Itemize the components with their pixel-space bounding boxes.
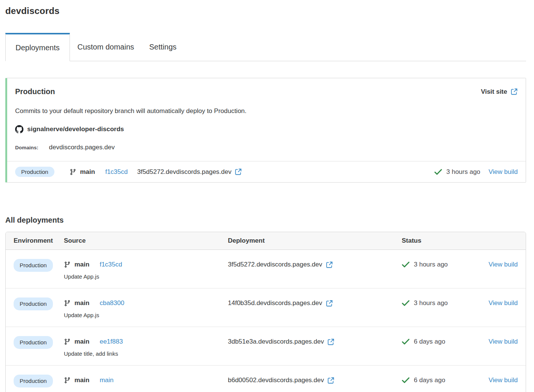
deployment-row: Production main f1c35cd Update App.js xyxy=(6,250,526,288)
tab-settings[interactable]: Settings xyxy=(142,33,184,61)
external-link-icon xyxy=(511,88,518,95)
git-branch-icon xyxy=(64,300,71,307)
commit-message: Update title, add links xyxy=(64,349,228,358)
check-icon xyxy=(402,262,410,268)
table-header: Environment Source Deployment Status xyxy=(6,232,526,250)
deployment-url: 14f0b35d.devdiscords.pages.dev xyxy=(228,299,322,308)
status-time: 3 hours ago xyxy=(414,299,448,308)
tab-custom-domains[interactable]: Custom domains xyxy=(70,33,142,61)
page-title: devdiscords xyxy=(5,6,526,16)
deployment-row: Production main ee1f883 Update title, ad… xyxy=(6,327,526,366)
view-build-link[interactable]: View build xyxy=(489,377,518,384)
production-card-title: Production xyxy=(15,87,55,96)
commit-link[interactable]: f1c35cd xyxy=(100,260,122,269)
check-icon xyxy=(402,300,410,306)
column-status: Status xyxy=(402,237,484,245)
environment-badge: Production xyxy=(14,297,53,310)
git-branch-icon xyxy=(70,169,76,175)
table-body: Production main f1c35cd Update App.js xyxy=(6,250,526,392)
environment-badge: Production xyxy=(14,375,53,387)
domains-value: devdiscords.pages.dev xyxy=(49,144,115,151)
status-time: 6 days ago xyxy=(414,376,445,385)
deployments-table: Environment Source Deployment Status Pro… xyxy=(5,232,526,392)
environment-badge: Production xyxy=(14,336,53,349)
visit-site-label: Visit site xyxy=(481,88,507,96)
github-icon xyxy=(15,125,23,133)
all-deployments-title: All deployments xyxy=(5,216,526,225)
check-icon xyxy=(402,377,410,383)
deployment-url: b6d00502.devdiscords.pages.dev xyxy=(228,376,324,385)
production-description: Commits to your default repository branc… xyxy=(15,107,518,115)
tab-deployments[interactable]: Deployments xyxy=(5,33,70,61)
view-build-link[interactable]: View build xyxy=(489,299,518,307)
commit-link[interactable]: f1c35cd xyxy=(105,168,128,176)
column-deployment: Deployment xyxy=(228,237,402,245)
environment-badge: Production xyxy=(14,259,53,272)
git-branch-icon xyxy=(64,377,71,384)
commit-link[interactable]: main xyxy=(100,376,114,385)
deployment-url: 3f5d5272.devdiscords.pages.dev xyxy=(137,168,232,176)
branch-name: main xyxy=(74,376,90,385)
external-link-icon[interactable] xyxy=(327,338,334,346)
branch-name: main xyxy=(74,337,90,346)
latest-deployment-row: Production main f1c35cd 3f5d5272.devdisc… xyxy=(7,161,526,182)
git-branch-icon xyxy=(64,261,71,268)
deployment-row: Production main main b6d00502. xyxy=(6,366,526,392)
check-icon xyxy=(434,169,442,175)
visit-site-link[interactable]: Visit site xyxy=(481,88,518,96)
domains-label: Domains: xyxy=(15,145,39,150)
environment-badge: Production xyxy=(15,167,54,177)
status-time: 3 hours ago xyxy=(414,260,448,269)
external-link-icon[interactable] xyxy=(326,261,333,268)
check-icon xyxy=(402,339,410,345)
domains-row: Domains: devdiscords.pages.dev xyxy=(15,144,518,151)
branch-name: main xyxy=(74,299,90,308)
repository-row: signalnerve/developer-discords xyxy=(15,125,518,133)
git-branch-icon xyxy=(64,338,71,345)
tab-bar: Deployments Custom domains Settings xyxy=(5,33,526,61)
pages-project-page: devdiscords Deployments Custom domains S… xyxy=(0,0,534,392)
repository-name: signalnerve/developer-discords xyxy=(27,126,124,133)
view-build-link[interactable]: View build xyxy=(489,168,518,176)
deployment-url: 3db51e3a.devdiscords.pages.dev xyxy=(228,337,324,346)
commit-link[interactable]: ee1f883 xyxy=(100,337,123,346)
deployment-url: 3f5d5272.devdiscords.pages.dev xyxy=(228,260,322,269)
commit-message: Update App.js xyxy=(64,311,228,320)
view-build-link[interactable]: View build xyxy=(489,261,518,268)
status-time: 3 hours ago xyxy=(446,168,480,176)
branch-name: main xyxy=(74,260,90,269)
branch-name: main xyxy=(80,168,95,176)
commit-message: Update App.js xyxy=(64,272,228,281)
production-card: Production Visit site Commits to your de… xyxy=(5,78,526,183)
view-build-link[interactable]: View build xyxy=(489,338,518,345)
column-environment: Environment xyxy=(14,237,64,245)
commit-link[interactable]: cba8300 xyxy=(100,299,124,308)
deployment-row: Production main cba8300 Update App.js xyxy=(6,288,526,327)
status-time: 6 days ago xyxy=(414,337,445,346)
external-link-icon[interactable] xyxy=(326,300,333,307)
external-link-icon[interactable] xyxy=(235,168,242,175)
column-source: Source xyxy=(64,237,228,245)
external-link-icon[interactable] xyxy=(327,377,334,384)
